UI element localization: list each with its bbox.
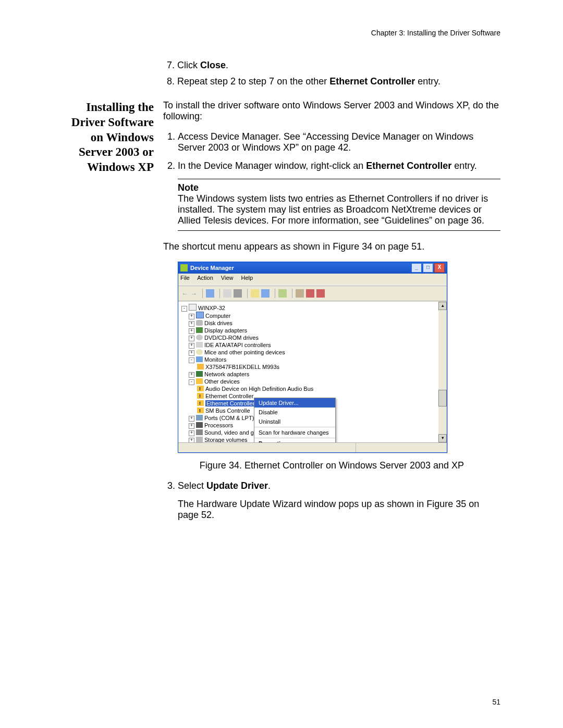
warning-icon (197, 393, 204, 399)
step-3-bold: Update Driver (206, 480, 268, 491)
menu-action[interactable]: Action (197, 275, 213, 281)
toolbar-icon[interactable] (261, 289, 270, 298)
device-icon (196, 312, 204, 318)
tree-item[interactable]: +Mice and other pointing devices (189, 349, 445, 356)
tree-item[interactable]: +Computer (189, 312, 445, 319)
toolbar-icon[interactable] (251, 289, 259, 298)
network-icon (196, 371, 203, 377)
tree-item[interactable]: -Monitors (189, 356, 445, 363)
page-number: 51 (492, 698, 500, 706)
toolbar-icon[interactable] (296, 289, 304, 298)
mouse-icon (196, 349, 203, 355)
forward-icon[interactable]: → (190, 290, 197, 298)
disk-icon (196, 320, 203, 326)
chapter-header: Chapter 3: Installing the Driver Softwar… (371, 29, 500, 37)
device-manager-window: Device Manager _ □ X File Action View He… (178, 262, 447, 453)
side-heading: Installing the Driver Software on Window… (63, 100, 163, 175)
step-3-text-a: Select (178, 480, 206, 491)
toolbar-icon[interactable] (223, 289, 231, 298)
step-8-text-c: entry. (415, 76, 440, 87)
figure-caption: Figure 34. Ethernet Controller on Window… (163, 460, 500, 471)
step-7-text-c: . (226, 60, 228, 70)
tree-item[interactable]: X375847FB1EKDELL M993s (197, 363, 445, 371)
note-title: Note (178, 182, 500, 193)
port-icon (196, 415, 203, 421)
ide-icon (196, 342, 203, 348)
context-properties[interactable]: Properties (254, 439, 335, 442)
step-8-text-a: Repeat step 2 to step 7 on the other (177, 76, 329, 87)
step-3-text-c: . (268, 480, 271, 491)
tree-pane[interactable]: ▴ ▾ -WINXP-32 +Computer +Disk drives +Di… (178, 301, 447, 442)
context-disable[interactable]: Disable (254, 408, 335, 417)
tree-item[interactable]: Audio Device on High Definition Audio Bu… (197, 385, 445, 392)
window-icon (180, 264, 188, 272)
context-update-driver[interactable]: Update Driver... (254, 398, 335, 408)
monitor-icon (196, 356, 203, 362)
procedure-list: Access Device Manager. See “Accessing De… (163, 131, 500, 171)
step-2: In the Device Manager window, right-clic… (178, 161, 500, 171)
tree-item[interactable]: +Display adapters (189, 327, 445, 334)
note-box: Note The Windows system lists two entrie… (178, 179, 500, 231)
menu-view[interactable]: View (221, 275, 234, 281)
warning-icon (197, 400, 204, 406)
warning-icon (197, 408, 204, 413)
step-7-bold: Close (200, 60, 226, 70)
window-title: Device Manager (190, 265, 234, 271)
toolbar-icon[interactable] (316, 289, 325, 298)
tree-item[interactable]: +IDE ATA/ATAPI controllers (189, 341, 445, 349)
menu-help[interactable]: Help (241, 275, 253, 281)
toolbar-icon[interactable] (306, 289, 314, 298)
scrollbar[interactable]: ▴ ▾ (438, 302, 447, 442)
previous-step-list: Click Close. Repeat step 2 to step 7 on … (63, 60, 500, 87)
print-icon[interactable] (234, 289, 242, 298)
step-7-text-a: Click (177, 60, 200, 70)
procedure-list-cont: Select Update Driver. The Hardware Updat… (163, 480, 500, 521)
sound-icon (196, 429, 203, 435)
toolbar-icon[interactable] (206, 289, 214, 298)
tree-item[interactable]: +Disk drives (189, 319, 445, 327)
step-2-text-c: entry. (451, 161, 477, 171)
step-7: Click Close. (177, 60, 500, 71)
back-icon[interactable]: ← (181, 290, 188, 298)
step-2-bold: Ethernet Controller (366, 161, 451, 171)
step-3: Select Update Driver. The Hardware Updat… (178, 480, 500, 521)
toolbar: ← → (178, 286, 447, 301)
close-button[interactable]: X (434, 263, 445, 273)
cd-icon (196, 335, 203, 340)
step-8: Repeat step 2 to step 7 on the other Eth… (177, 76, 500, 87)
context-scan[interactable]: Scan for hardware changes (254, 428, 335, 437)
processor-icon (196, 422, 203, 428)
display-icon (196, 327, 203, 333)
scroll-down-button[interactable]: ▾ (438, 434, 447, 442)
toolbar-icon[interactable] (278, 289, 287, 298)
menu-bar[interactable]: File Action View Help (178, 274, 447, 286)
minimize-button[interactable]: _ (411, 263, 422, 273)
note-body: The Windows system lists two entries as … (178, 193, 500, 226)
tree-item[interactable]: +Network adapters (189, 371, 445, 378)
computer-icon (189, 304, 197, 311)
scroll-up-button[interactable]: ▴ (438, 302, 447, 310)
after-step-3-paragraph: The Hardware Update Wizard window pops u… (178, 499, 500, 521)
tree-root[interactable]: -WINXP-32 (181, 304, 445, 312)
tree-item[interactable]: -Other devices (189, 378, 445, 385)
warning-icon (197, 386, 204, 391)
storage-icon (196, 437, 203, 442)
maximize-button[interactable]: □ (423, 263, 433, 273)
status-bar (178, 442, 447, 452)
context-menu[interactable]: Update Driver... Disable Uninstall Scan … (254, 398, 336, 442)
other-icon (196, 378, 203, 384)
after-note-paragraph: The shortcut menu appears as shown in Fi… (163, 241, 500, 252)
monitor-icon (197, 364, 204, 369)
context-uninstall[interactable]: Uninstall (254, 417, 335, 426)
step-1: Access Device Manager. See “Accessing De… (178, 131, 500, 153)
intro-paragraph: To install the driver software onto Wind… (163, 100, 500, 122)
tree-item[interactable]: +DVD/CD-ROM drives (189, 334, 445, 341)
step-8-bold: Ethernet Controller (329, 76, 415, 87)
scroll-thumb[interactable] (438, 390, 447, 406)
step-2-text-a: In the Device Manager window, right-clic… (178, 161, 366, 171)
window-titlebar[interactable]: Device Manager _ □ X (178, 262, 447, 274)
menu-file[interactable]: File (180, 275, 190, 281)
